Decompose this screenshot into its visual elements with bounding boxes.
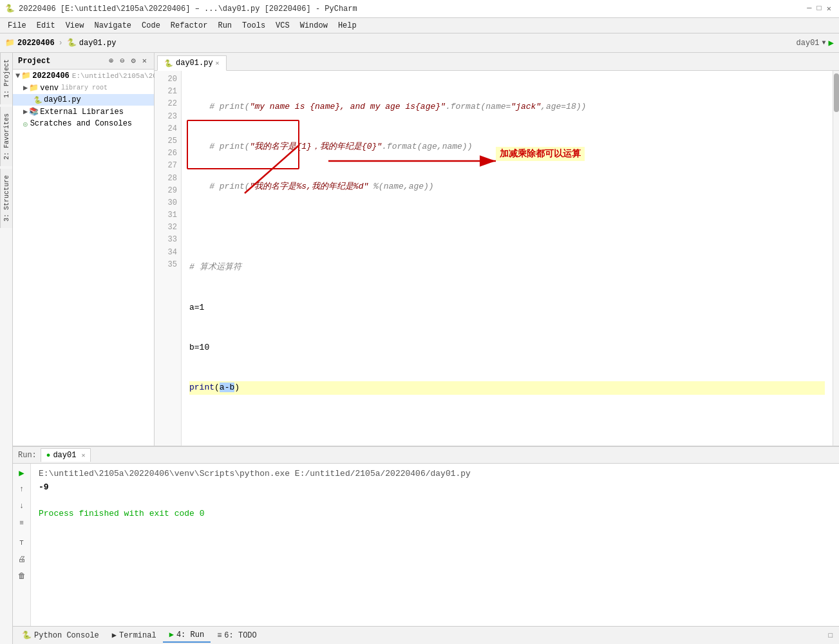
tree-ext-expand: ▶ (23, 107, 28, 117)
menu-bar: File Edit View Navigate Code Refactor Ru… (0, 18, 839, 33)
menu-help[interactable]: Help (333, 20, 362, 32)
run-down-btn[interactable]: ↓ (15, 500, 28, 513)
menu-window[interactable]: Window (295, 20, 333, 32)
code-content[interactable]: # print("my name is {name}, and my age i… (182, 71, 833, 446)
tab-bar: 🐍 day01.py ✕ (155, 53, 839, 71)
expand-bottom-btn[interactable]: □ (824, 630, 836, 641)
tree-root-label: 20220406 (32, 71, 70, 80)
code-editor: 20 21 22 23 24 25 26 27 28 29 30 31 (155, 71, 833, 446)
minimize-btn[interactable]: ─ (807, 4, 811, 14)
editor-scrollbar[interactable] (833, 71, 839, 446)
panel-structure-label[interactable]: 3: Structure (0, 169, 12, 228)
menu-file[interactable]: File (3, 20, 32, 32)
toolbar: 📁 20220406 › 🐍 day01.py day01 ▼ ▶ (0, 33, 839, 53)
code-line-26: b=10 (189, 341, 825, 355)
maximize-btn[interactable]: □ (817, 4, 822, 14)
run-content: ▶ ↑ ↓ ≡ ⊤ 🖨 🗑 E:\untitled\2105a\20220406… (13, 464, 839, 626)
left-strip: 1: Project 2: Favorites 3: Structure (0, 53, 13, 644)
menu-run[interactable]: Run (212, 20, 237, 32)
code-line-24: # 算术运算符 (189, 261, 825, 274)
panel-gear-icon[interactable]: ⚙ (129, 55, 138, 66)
run-wrap-btn[interactable]: ≡ (15, 516, 28, 529)
menu-navigate[interactable]: Navigate (89, 20, 137, 32)
run-tab-bottom-label: 4: Run (176, 630, 204, 639)
todo-label: 6: TODO (224, 631, 256, 640)
scratches-icon: ◎ (23, 120, 28, 128)
line-numbers: 20 21 22 23 24 25 26 27 28 29 30 31 (155, 71, 182, 446)
run-play-btn[interactable]: ▶ (15, 466, 28, 479)
bottom-tab-terminal[interactable]: ▶ Terminal (106, 629, 163, 642)
code-line-20: # print("my name is {name}, and my age i… (189, 100, 825, 114)
toolbar-project-name[interactable]: 20220406 (17, 39, 55, 48)
run-trash-btn[interactable]: 🗑 (15, 569, 28, 582)
run-output: E:\untitled\2105a\20220406\venv\Scripts\… (31, 464, 839, 626)
run-tab-bar: Run: ● day01 ✕ (13, 447, 839, 464)
terminal-label: Terminal (119, 631, 156, 640)
tree-venv-type: library root (61, 84, 108, 91)
tree-expand-icon: ▼ (15, 71, 20, 80)
tree-day01[interactable]: 🐍 day01.py (13, 94, 154, 106)
editor-tab-day01[interactable]: 🐍 day01.py ✕ (157, 55, 227, 71)
editor-and-panel: Project ⊕ ⊖ ⚙ ✕ ▼ 📁 20220406 E:\untitled… (13, 53, 839, 446)
menu-refactor[interactable]: Refactor (165, 20, 213, 32)
tree-venv[interactable]: ▶ 📁 venv library root (13, 82, 154, 94)
run-config-dropdown[interactable]: ▼ (822, 39, 826, 46)
tree-scratches[interactable]: ◎ Scratches and Consoles (13, 118, 154, 129)
outer-layout: 1: Project 2: Favorites 3: Structure Pro… (0, 53, 839, 644)
run-print-btn[interactable]: 🖨 (15, 553, 28, 565)
run-label: Run: (18, 451, 37, 460)
code-line-21: # print("我的名字是{1}，我的年纪是{0}".format(age,n… (189, 140, 825, 154)
bottom-tabs: 🐍 Python Console ▶ Terminal ▶ 4: Run ≡ 6… (13, 626, 839, 644)
ext-libs-icon: 📚 (29, 107, 39, 117)
code-line-22: # print("我的名字是%s,我的年纪是%d" %(name,age)) (189, 180, 825, 194)
run-empty-line (39, 495, 831, 508)
bottom-tab-run[interactable]: ▶ 4: Run (163, 628, 211, 643)
title-bar: 🐍 20220406 [E:\untitled\2105a\20220406] … (0, 0, 839, 18)
run-tab-close[interactable]: ✕ (81, 451, 85, 459)
project-panel-title: Project (18, 57, 104, 66)
code-line-27: print(a-b) (189, 381, 825, 395)
window-title: 20220406 [E:\untitled\2105a\20220406] – … (19, 5, 357, 14)
project-panel-header: Project ⊕ ⊖ ⚙ ✕ (13, 53, 154, 70)
run-up-btn[interactable]: ↑ (15, 483, 28, 496)
run-soft-wrap-btn[interactable]: ⊤ (15, 536, 28, 549)
menu-tools[interactable]: Tools (237, 20, 270, 32)
toolbar-folder-icon: 📁 (5, 38, 15, 48)
menu-vcs[interactable]: VCS (270, 20, 295, 32)
run-tab-icon: ● (46, 451, 51, 459)
code-line-23 (189, 221, 825, 234)
toolbar-filename[interactable]: day01.py (79, 39, 117, 48)
tree-root[interactable]: ▼ 📁 20220406 E:\untitled\2105a\20220406 (13, 70, 154, 82)
venv-folder-icon: 📁 (29, 83, 39, 93)
run-success-line: Process finished with exit code 0 (39, 507, 831, 521)
panel-collapse-icon[interactable]: ⊖ (118, 55, 126, 66)
run-result-line: -9 (39, 481, 831, 495)
todo-icon: ≡ (217, 631, 222, 640)
folder-icon: 📁 (21, 71, 31, 80)
menu-view[interactable]: View (61, 20, 90, 32)
run-icon: ▶ (169, 630, 174, 639)
panel-settings-icon[interactable]: ⊕ (107, 55, 115, 66)
tab-close-btn[interactable]: ✕ (216, 59, 220, 67)
project-panel: Project ⊕ ⊖ ⚙ ✕ ▼ 📁 20220406 E:\untitled… (13, 53, 155, 446)
tree-venv-expand: ▶ (23, 83, 28, 93)
close-btn[interactable]: ✕ (827, 4, 831, 14)
editor-area: 🐍 day01.py ✕ 20 21 22 23 24 (155, 53, 839, 446)
bottom-tab-todo[interactable]: ≡ 6: TODO (211, 629, 263, 642)
run-button[interactable]: ▶ (829, 37, 834, 48)
python-console-label: Python Console (34, 631, 99, 640)
toolbar-file-icon: 🐍 (67, 38, 77, 48)
bottom-panel: Run: ● day01 ✕ ▶ ↑ ↓ ≡ ⊤ 🖨 🗑 (13, 446, 839, 626)
run-tab-day01[interactable]: ● day01 ✕ (41, 448, 91, 462)
code-line-28 (189, 422, 825, 435)
bottom-tab-python-console[interactable]: 🐍 Python Console (15, 629, 106, 642)
run-config-label: day01 (797, 39, 820, 48)
menu-edit[interactable]: Edit (32, 20, 61, 32)
panel-favorites-label[interactable]: 2: Favorites (0, 107, 12, 166)
tree-external-libs[interactable]: ▶ 📚 External Libraries (13, 106, 154, 118)
tree-venv-label: venv (40, 84, 59, 93)
tree-day01-label: day01.py (44, 95, 81, 104)
panel-close-icon[interactable]: ✕ (140, 55, 149, 66)
menu-code[interactable]: Code (137, 20, 165, 32)
panel-project-label[interactable]: 1: Project (0, 53, 12, 104)
